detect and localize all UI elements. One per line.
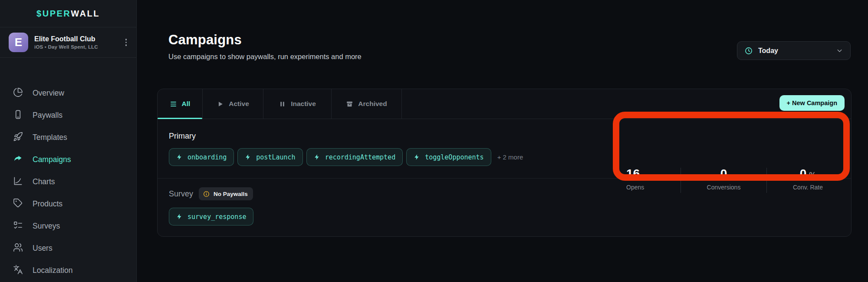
stat-value: 16 — [626, 168, 640, 180]
tab-label: All — [182, 100, 191, 108]
main-content: Campaigns Use campaigns to show paywalls… — [137, 0, 868, 282]
sidebar-item-campaigns[interactable]: Campaigns — [0, 149, 136, 171]
trigger-tag-label: onboarding — [187, 153, 227, 161]
campaign-row-survey[interactable]: Survey No Paywalls survey_response — [158, 179, 851, 237]
tab-label: Archived — [358, 100, 387, 108]
tab-label: Inactive — [291, 100, 316, 108]
sidebar-item-label: Campaigns — [33, 155, 71, 164]
sidebar-item-label: Localization — [33, 266, 72, 275]
campaigns-panel: All Active Inactive Archived + New Campa… — [157, 89, 852, 237]
app-window: $UPERWALL E Elite Football Club iOS • Da… — [0, 0, 868, 282]
workspace-meta: iOS • Day Well Spent, LLC — [34, 44, 98, 50]
page-title: Campaigns — [168, 32, 362, 48]
trigger-tag[interactable]: survey_response — [169, 208, 253, 226]
trigger-tag-label: survey_response — [187, 213, 246, 221]
surveys-icon — [13, 220, 23, 232]
bolt-icon — [176, 154, 183, 160]
charts-icon — [13, 176, 23, 188]
workspace-name: Elite Football Club — [34, 35, 98, 43]
date-range-value: Today — [758, 47, 778, 55]
tab-label: Active — [229, 100, 249, 108]
sidebar-item-charts[interactable]: Charts — [0, 171, 136, 193]
sidebar-item-label: Users — [33, 244, 53, 253]
play-icon — [217, 100, 224, 108]
no-paywalls-badge: No Paywalls — [199, 187, 253, 200]
templates-icon — [13, 132, 23, 144]
list-icon — [170, 100, 177, 108]
products-icon — [13, 198, 23, 210]
sidebar-item-label: Templates — [33, 133, 67, 142]
more-tags-label: + 2 more — [497, 153, 523, 161]
bolt-icon — [176, 213, 183, 220]
sidebar-item-localization[interactable]: Localization — [0, 259, 136, 282]
tab-inactive[interactable]: Inactive — [263, 89, 332, 119]
badge-label: No Paywalls — [214, 191, 248, 197]
sidebar-item-users[interactable]: Users — [0, 237, 136, 259]
workspace-info: Elite Football Club iOS • Day Well Spent… — [34, 35, 98, 50]
archive-icon — [346, 100, 353, 108]
tab-all[interactable]: All — [158, 89, 203, 119]
sidebar: $UPERWALL E Elite Football Club iOS • Da… — [0, 0, 137, 282]
campaign-tabs: All Active Inactive Archived — [158, 89, 851, 119]
stat-value: 0% — [800, 168, 816, 180]
sidebar-item-label: Paywalls — [33, 111, 62, 120]
sidebar-item-label: Overview — [33, 89, 64, 98]
paywalls-icon — [13, 109, 23, 122]
date-range-dropdown[interactable]: Today — [737, 41, 851, 60]
bolt-icon — [414, 154, 420, 160]
superwall-logo: $UPERWALL — [0, 0, 136, 27]
trigger-tag[interactable]: toggleOpponents — [406, 148, 491, 166]
pause-icon — [279, 100, 286, 108]
logo-text-teal: $UPER — [36, 9, 71, 19]
bolt-icon — [314, 154, 320, 160]
sidebar-item-label: Products — [33, 199, 62, 209]
trigger-tag[interactable]: onboarding — [169, 148, 234, 166]
localization-icon — [13, 265, 23, 277]
campaign-name: Primary — [169, 132, 196, 141]
sidebar-item-paywalls[interactable]: Paywalls — [0, 104, 136, 126]
tab-archived[interactable]: Archived — [332, 89, 402, 119]
bolt-icon — [245, 154, 251, 160]
sidebar-item-label: Charts — [33, 177, 55, 186]
overview-icon — [13, 87, 23, 100]
trigger-tag[interactable]: postLaunch — [237, 148, 302, 166]
trigger-tag-label: toggleOpponents — [425, 153, 483, 161]
sidebar-item-overview[interactable]: Overview — [0, 82, 136, 104]
trigger-tag-label: postLaunch — [256, 153, 295, 161]
sidebar-nav: Overview Paywalls Templates Campaigns Ch… — [0, 58, 136, 282]
new-campaign-button[interactable]: + New Campaign — [779, 95, 845, 111]
sidebar-item-products[interactable]: Products — [0, 193, 136, 215]
workspace-switcher[interactable]: E Elite Football Club iOS • Day Well Spe… — [0, 27, 136, 58]
workspace-menu-icon[interactable] — [124, 37, 129, 48]
campaigns-icon — [13, 154, 23, 166]
sidebar-item-surveys[interactable]: Surveys — [0, 215, 136, 237]
stat-value: 0 — [720, 168, 727, 180]
trigger-tags: onboarding postLaunch recordingAttempted… — [169, 148, 840, 166]
page-subtitle: Use campaigns to show paywalls, run expe… — [168, 53, 362, 61]
page-header: Campaigns Use campaigns to show paywalls… — [168, 32, 362, 61]
sidebar-item-templates[interactable]: Templates — [0, 126, 136, 149]
tab-active[interactable]: Active — [203, 89, 263, 119]
campaign-name: Survey — [169, 189, 193, 199]
workspace-avatar: E — [9, 33, 28, 52]
trigger-tags: survey_response — [169, 208, 840, 226]
trigger-tag-label: recordingAttempted — [325, 153, 396, 161]
sidebar-item-label: Surveys — [33, 222, 60, 231]
trigger-tag[interactable]: recordingAttempted — [306, 148, 403, 166]
chevron-down-icon — [836, 47, 843, 54]
clock-icon — [744, 46, 753, 55]
logo-text-white: WALL — [71, 9, 100, 19]
users-icon — [13, 242, 23, 255]
info-icon — [203, 190, 210, 198]
campaign-row-primary[interactable]: Primary onboarding postLaunch recordingA… — [158, 119, 851, 179]
